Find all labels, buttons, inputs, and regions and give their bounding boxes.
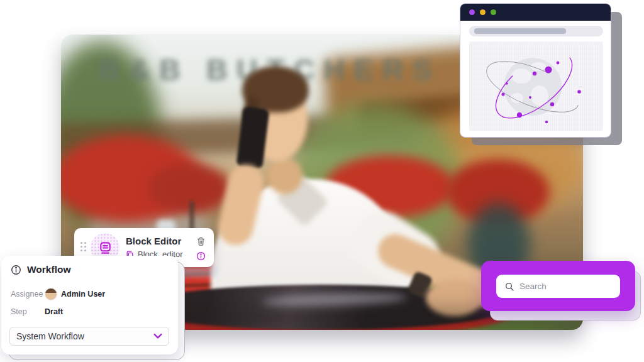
block-editor-title: Block Editor xyxy=(126,236,181,246)
book-icon xyxy=(98,241,113,255)
window-dot-green-icon xyxy=(491,9,496,15)
browser-mockup-window xyxy=(460,3,611,138)
man-neck xyxy=(267,158,303,194)
hero-composition: B&B BUTCHERS xyxy=(0,0,644,362)
assignee-avatar xyxy=(45,288,57,300)
search-icon xyxy=(504,282,514,292)
info-icon[interactable] xyxy=(196,251,206,261)
workflow-select-value: System Workflow xyxy=(16,331,84,341)
workflow-card: Workflow Assignee Admin User Step Draft … xyxy=(1,256,178,354)
workflow-title: Workflow xyxy=(27,264,70,275)
workflow-select[interactable]: System Workflow xyxy=(9,327,169,346)
window-dot-purple-icon xyxy=(469,9,475,15)
trash-icon[interactable] xyxy=(196,236,206,246)
search-panel xyxy=(481,261,635,311)
step-label: Step xyxy=(11,307,27,316)
browser-titlebar xyxy=(460,4,611,21)
chevron-down-icon xyxy=(153,333,162,339)
step-value: Draft xyxy=(45,307,63,316)
window-dot-yellow-icon xyxy=(480,9,486,15)
address-bar-placeholder xyxy=(474,28,566,34)
browser-content-panel xyxy=(469,41,603,131)
globe-network-illustration xyxy=(469,41,603,131)
search-input-wrapper[interactable] xyxy=(496,275,620,298)
assignee-label: Assignee xyxy=(11,290,43,299)
phone xyxy=(236,106,269,169)
browser-address-bar xyxy=(469,26,603,36)
search-input[interactable] xyxy=(519,282,608,291)
assignee-name: Admin User xyxy=(61,290,105,299)
drag-handle-icon[interactable] xyxy=(80,242,86,251)
info-icon xyxy=(11,265,21,275)
